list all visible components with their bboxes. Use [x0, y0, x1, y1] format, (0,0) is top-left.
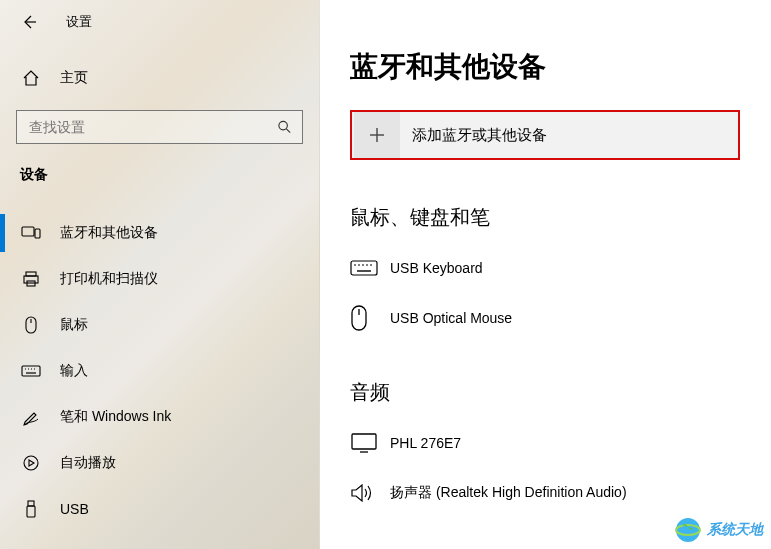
section-heading-audio: 音频 [350, 379, 771, 406]
nav-item-bluetooth[interactable]: 蓝牙和其他设备 [0, 210, 319, 256]
svg-point-14 [24, 456, 38, 470]
svg-rect-16 [27, 506, 35, 517]
back-button[interactable] [14, 7, 44, 37]
pen-icon [20, 408, 42, 426]
nav-item-mouse[interactable]: 鼠标 [0, 302, 319, 348]
nav-item-autoplay[interactable]: 自动播放 [0, 440, 319, 486]
keyboard-device-icon [350, 259, 390, 277]
section-heading-input-devices: 鼠标、键盘和笔 [350, 204, 771, 231]
search-field[interactable] [27, 118, 277, 136]
printer-icon [20, 270, 42, 288]
nav-item-pen[interactable]: 笔和 Windows Ink [0, 394, 319, 440]
speaker-device-icon [350, 482, 390, 504]
home-button[interactable]: 主页 [0, 58, 319, 98]
sidebar: 设置 主页 设备 蓝牙和其他设备 打印机和扫描仪 [0, 0, 320, 549]
svg-rect-28 [352, 434, 376, 449]
add-device-button[interactable]: 添加蓝牙或其他设备 [350, 110, 740, 160]
device-label: PHL 276E7 [390, 435, 461, 451]
titlebar: 设置 [0, 0, 319, 44]
usb-icon [20, 500, 42, 518]
watermark-text: 系统天地 [707, 521, 763, 539]
page-title: 蓝牙和其他设备 [350, 48, 771, 86]
svg-rect-1 [22, 227, 34, 236]
nav-label: 打印机和扫描仪 [60, 270, 158, 288]
device-label: USB Keyboard [390, 260, 483, 276]
monitor-device-icon [350, 432, 390, 454]
device-row[interactable]: USB Keyboard [350, 243, 771, 293]
device-label: USB Optical Mouse [390, 310, 512, 326]
autoplay-icon [20, 454, 42, 472]
add-device-label: 添加蓝牙或其他设备 [412, 126, 547, 145]
device-row[interactable]: USB Optical Mouse [350, 293, 771, 343]
svg-rect-3 [26, 272, 36, 276]
nav-label: USB [60, 501, 89, 517]
arrow-left-icon [21, 14, 37, 30]
search-input[interactable] [16, 110, 303, 144]
keyboard-icon [20, 364, 42, 378]
nav-item-printers[interactable]: 打印机和扫描仪 [0, 256, 319, 302]
devices-icon [20, 225, 42, 241]
svg-rect-8 [22, 366, 40, 376]
svg-rect-19 [351, 261, 377, 275]
mouse-device-icon [350, 305, 390, 331]
nav-label: 蓝牙和其他设备 [60, 224, 158, 242]
svg-rect-4 [24, 276, 38, 283]
svg-point-30 [676, 518, 700, 542]
watermark: 系统天地 [673, 515, 763, 545]
search-container [16, 110, 303, 144]
device-label: 扬声器 (Realtek High Definition Audio) [390, 484, 627, 502]
section-title: 设备 [20, 166, 319, 184]
globe-icon [673, 515, 703, 545]
nav-label: 输入 [60, 362, 88, 380]
home-label: 主页 [60, 69, 88, 87]
svg-rect-2 [35, 229, 40, 238]
device-row[interactable]: 扬声器 (Realtek High Definition Audio) [350, 468, 771, 518]
nav-label: 自动播放 [60, 454, 116, 472]
svg-rect-15 [28, 501, 34, 506]
nav-item-typing[interactable]: 输入 [0, 348, 319, 394]
nav-list: 蓝牙和其他设备 打印机和扫描仪 鼠标 输入 笔和 Windows Ink [0, 210, 319, 532]
svg-point-0 [279, 121, 287, 129]
plus-icon [354, 112, 400, 158]
nav-label: 鼠标 [60, 316, 88, 334]
home-icon [20, 69, 42, 87]
app-title: 设置 [66, 13, 92, 31]
content-area: 蓝牙和其他设备 添加蓝牙或其他设备 鼠标、键盘和笔 USB Keyboard U… [320, 0, 771, 549]
mouse-icon [20, 316, 42, 334]
device-row[interactable]: PHL 276E7 [350, 418, 771, 468]
nav-item-usb[interactable]: USB [0, 486, 319, 532]
search-icon [277, 119, 292, 135]
nav-label: 笔和 Windows Ink [60, 408, 171, 426]
